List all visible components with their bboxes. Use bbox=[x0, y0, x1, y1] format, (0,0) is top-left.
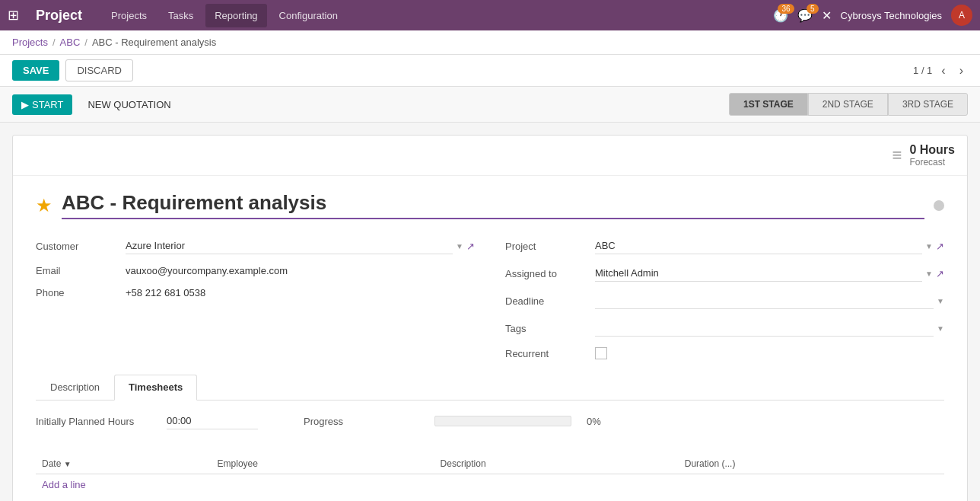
assigned-to-field: Assigned to ▼ ↗ bbox=[505, 265, 944, 282]
form-body: ★ Customer ▼ ↗ bbox=[13, 176, 967, 501]
stage-2nd[interactable]: 2ND STAGE bbox=[808, 93, 888, 116]
recurrent-checkbox[interactable] bbox=[595, 347, 607, 359]
phone-static: +58 212 681 0538 bbox=[126, 287, 205, 298]
project-label: Project bbox=[505, 241, 589, 252]
forecast-hours: 0 Hours bbox=[909, 143, 955, 157]
deadline-input[interactable] bbox=[595, 292, 934, 309]
customer-input[interactable] bbox=[126, 238, 453, 254]
nav-tasks[interactable]: Tasks bbox=[159, 4, 202, 27]
table-header-row: Date ▼ Employee Description Duration (..… bbox=[36, 454, 944, 474]
project-value: ▼ ↗ bbox=[595, 238, 944, 254]
discard-button[interactable]: DISCARD bbox=[65, 59, 133, 81]
phone-value: +58 212 681 0538 bbox=[126, 287, 475, 298]
project-ext-link[interactable]: ↗ bbox=[936, 241, 944, 252]
recurrent-label: Recurrent bbox=[505, 348, 589, 359]
moon-count: 36 bbox=[778, 4, 794, 14]
breadcrumb-current: ABC - Requirement analysis bbox=[92, 37, 216, 48]
project-dropdown-arrow[interactable]: ▼ bbox=[925, 242, 933, 250]
customer-dropdown-arrow[interactable]: ▼ bbox=[456, 242, 463, 250]
planned-hours-label: Initially Planned Hours bbox=[36, 416, 158, 427]
form-card: ≡ 0 Hours Forecast ★ Cust bbox=[12, 135, 968, 501]
chat-badge[interactable]: 💬 5 bbox=[797, 8, 813, 23]
nav-configuration[interactable]: Configuration bbox=[270, 4, 347, 27]
action-bar: SAVE DISCARD 1 / 1 ‹ › bbox=[0, 55, 980, 87]
deadline-value: ▼ bbox=[595, 292, 944, 309]
status-dot bbox=[934, 200, 944, 211]
timesheets-content: Initially Planned Hours Progress 0% bbox=[36, 400, 944, 501]
settings-icon[interactable]: ✕ bbox=[822, 8, 832, 23]
star-icon[interactable]: ★ bbox=[36, 195, 52, 216]
nav-menu: Projects Tasks Reporting Configuration bbox=[102, 4, 347, 27]
form-fields: Customer ▼ ↗ Email vauxoo@yourcompany.ex… bbox=[36, 238, 944, 359]
breadcrumb-abc[interactable]: ABC bbox=[60, 37, 81, 48]
recurrent-value bbox=[595, 347, 944, 359]
forecast-label: Forecast bbox=[909, 157, 955, 168]
assigned-to-label: Assigned to bbox=[505, 268, 589, 279]
breadcrumb-projects[interactable]: Projects bbox=[12, 37, 48, 48]
customer-value: ▼ ↗ bbox=[126, 238, 475, 254]
sort-arrow-date: ▼ bbox=[64, 460, 72, 468]
phone-field: Phone +58 212 681 0538 bbox=[36, 287, 475, 298]
stage-buttons: 1ST STAGE 2ND STAGE 3RD STAGE bbox=[729, 93, 968, 116]
breadcrumb-sep2: / bbox=[84, 37, 88, 48]
progress-label: Progress bbox=[304, 416, 425, 427]
new-quotation-button[interactable]: NEW QUOTATION bbox=[78, 94, 180, 115]
phone-label: Phone bbox=[36, 287, 119, 298]
email-static: vauxoo@yourcompany.example.com bbox=[126, 265, 288, 276]
progress-bar bbox=[434, 416, 571, 426]
forecast-icon: ≡ bbox=[892, 145, 902, 165]
title-row: ★ bbox=[36, 191, 944, 219]
customer-field: Customer ▼ ↗ bbox=[36, 238, 475, 254]
progress-row: Progress 0% bbox=[304, 416, 601, 427]
save-button[interactable]: SAVE bbox=[12, 60, 59, 81]
avatar[interactable]: A bbox=[951, 5, 972, 26]
nav-projects[interactable]: Projects bbox=[102, 4, 156, 27]
add-line-cell: Add a line bbox=[36, 474, 944, 496]
tab-description[interactable]: Description bbox=[36, 375, 114, 400]
tags-input[interactable] bbox=[595, 320, 934, 337]
hours-forecast-text: 0 Hours Forecast bbox=[909, 143, 955, 168]
form-left: Customer ▼ ↗ Email vauxoo@yourcompany.ex… bbox=[36, 238, 475, 359]
stage-1st[interactable]: 1ST STAGE bbox=[729, 93, 808, 116]
app-title: Project bbox=[36, 8, 82, 24]
assigned-to-input[interactable] bbox=[595, 265, 922, 282]
assigned-to-value: ▼ ↗ bbox=[595, 265, 944, 282]
breadcrumb: Projects / ABC / ABC - Requirement analy… bbox=[0, 30, 980, 55]
tags-arrow[interactable]: ▼ bbox=[937, 324, 944, 333]
moon-badge[interactable]: 🕐 36 bbox=[773, 8, 788, 23]
chat-count: 5 bbox=[807, 4, 819, 14]
task-title-input[interactable] bbox=[62, 191, 924, 219]
timesheets-table: Date ▼ Employee Description Duration (..… bbox=[36, 454, 944, 495]
next-button[interactable]: › bbox=[955, 62, 968, 79]
deadline-arrow[interactable]: ▼ bbox=[937, 297, 944, 305]
col-date[interactable]: Date ▼ bbox=[36, 454, 212, 474]
tags-field: Tags ▼ bbox=[505, 320, 944, 337]
email-label: Email bbox=[36, 265, 119, 276]
tab-timesheets[interactable]: Timesheets bbox=[114, 375, 197, 400]
start-icon: ▶ bbox=[21, 99, 29, 110]
prev-button[interactable]: ‹ bbox=[937, 62, 950, 79]
deadline-field: Deadline ▼ bbox=[505, 292, 944, 309]
timesheets-table-body: Add a line bbox=[36, 474, 944, 496]
customer-ext-link[interactable]: ↗ bbox=[466, 241, 475, 252]
grid-icon[interactable]: ⊞ bbox=[8, 7, 19, 24]
deadline-label: Deadline bbox=[505, 295, 589, 307]
stage-3rd[interactable]: 3RD STAGE bbox=[888, 93, 968, 116]
tags-label: Tags bbox=[505, 323, 589, 334]
planned-hours-input[interactable] bbox=[167, 413, 258, 429]
col-duration: Duration (...) bbox=[679, 454, 944, 474]
form-right: Project ▼ ↗ Assigned to ▼ ↗ bbox=[505, 238, 944, 359]
main-content: ≡ 0 Hours Forecast ★ Cust bbox=[0, 123, 980, 501]
company-name: Cybrosys Technologies bbox=[841, 10, 942, 21]
email-value: vauxoo@yourcompany.example.com bbox=[126, 265, 475, 276]
assigned-to-arrow[interactable]: ▼ bbox=[925, 270, 933, 278]
add-line-link[interactable]: Add a line bbox=[42, 479, 86, 490]
assigned-to-ext-link[interactable]: ↗ bbox=[936, 268, 944, 279]
hours-forecast-inner: ≡ 0 Hours Forecast bbox=[892, 143, 955, 168]
project-input[interactable] bbox=[595, 238, 922, 254]
navbar: ⊞ Project Projects Tasks Reporting Confi… bbox=[0, 0, 980, 30]
start-label: START bbox=[32, 99, 63, 110]
pagination-text: 1 / 1 bbox=[913, 65, 932, 76]
start-button[interactable]: ▶ START bbox=[12, 94, 72, 115]
nav-reporting[interactable]: Reporting bbox=[205, 4, 266, 27]
